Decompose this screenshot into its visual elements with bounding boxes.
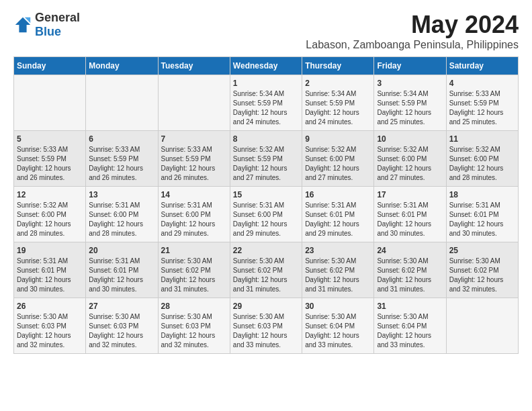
day-info: Sunrise: 5:32 AM Sunset: 6:00 PM Dayligh… [305,145,371,183]
day-number: 27 [89,302,154,311]
day-info: Sunrise: 5:31 AM Sunset: 6:01 PM Dayligh… [449,201,515,238]
day-number: 31 [377,302,443,311]
calendar-cell-w5-d2: 28Sunrise: 5:30 AM Sunset: 6:03 PM Dayli… [158,298,230,354]
calendar-cell-w1-d0 [14,75,86,131]
day-info: Sunrise: 5:33 AM Sunset: 5:59 PM Dayligh… [17,145,83,183]
logo-general: General [35,11,80,24]
day-info: Sunrise: 5:32 AM Sunset: 5:59 PM Dayligh… [233,145,299,183]
day-number: 17 [377,190,443,199]
calendar-cell-w2-d5: 10Sunrise: 5:32 AM Sunset: 6:00 PM Dayli… [374,131,446,187]
day-info: Sunrise: 5:34 AM Sunset: 5:59 PM Dayligh… [377,89,443,127]
day-info: Sunrise: 5:30 AM Sunset: 6:02 PM Dayligh… [233,257,299,294]
calendar-cell-w4-d4: 23Sunrise: 5:30 AM Sunset: 6:02 PM Dayli… [302,242,374,298]
calendar-cell-w2-d3: 8Sunrise: 5:32 AM Sunset: 5:59 PM Daylig… [230,131,302,187]
calendar-cell-w5-d5: 31Sunrise: 5:30 AM Sunset: 6:04 PM Dayli… [374,298,446,354]
day-number: 1 [233,79,299,88]
calendar-cell-w2-d2: 7Sunrise: 5:33 AM Sunset: 5:59 PM Daylig… [158,131,230,187]
day-number: 21 [161,246,227,255]
logo-text: General Blue [35,11,80,39]
calendar-cell-w3-d2: 14Sunrise: 5:31 AM Sunset: 6:00 PM Dayli… [158,187,230,242]
day-info: Sunrise: 5:32 AM Sunset: 6:00 PM Dayligh… [377,145,443,183]
header-tuesday: Tuesday [158,57,230,75]
calendar-cell-w1-d4: 2Sunrise: 5:34 AM Sunset: 5:59 PM Daylig… [302,75,374,131]
calendar-cell-w3-d0: 12Sunrise: 5:32 AM Sunset: 6:00 PM Dayli… [14,187,86,242]
header-monday: Monday [86,57,158,75]
day-number: 30 [305,302,371,311]
calendar-cell-w5-d0: 26Sunrise: 5:30 AM Sunset: 6:03 PM Dayli… [14,298,86,354]
day-number: 20 [89,246,154,255]
calendar-cell-w4-d3: 22Sunrise: 5:30 AM Sunset: 6:02 PM Dayli… [230,242,302,298]
day-number: 12 [17,190,83,199]
day-number: 4 [449,79,515,88]
calendar-cell-w4-d6: 25Sunrise: 5:30 AM Sunset: 6:02 PM Dayli… [446,242,518,298]
day-number: 10 [377,134,443,144]
day-info: Sunrise: 5:30 AM Sunset: 6:03 PM Dayligh… [233,312,299,350]
calendar-cell-w1-d2 [158,75,230,131]
calendar-cell-w5-d4: 30Sunrise: 5:30 AM Sunset: 6:04 PM Dayli… [302,298,374,354]
header-wednesday: Wednesday [230,57,302,75]
day-info: Sunrise: 5:30 AM Sunset: 6:03 PM Dayligh… [89,312,154,350]
day-number: 23 [305,246,371,255]
day-info: Sunrise: 5:31 AM Sunset: 6:01 PM Dayligh… [305,201,371,238]
day-number: 14 [161,190,227,199]
day-info: Sunrise: 5:33 AM Sunset: 5:59 PM Dayligh… [89,145,154,183]
day-number: 26 [17,302,83,311]
week-row-3: 12Sunrise: 5:32 AM Sunset: 6:00 PM Dayli… [14,187,519,242]
calendar-cell-w1-d6: 4Sunrise: 5:33 AM Sunset: 5:59 PM Daylig… [446,75,518,131]
day-info: Sunrise: 5:30 AM Sunset: 6:03 PM Dayligh… [17,312,83,350]
calendar-cell-w4-d1: 20Sunrise: 5:31 AM Sunset: 6:01 PM Dayli… [86,242,158,298]
day-number: 15 [233,190,299,199]
logo: General Blue [13,11,80,39]
calendar-cell-w2-d4: 9Sunrise: 5:32 AM Sunset: 6:00 PM Daylig… [302,131,374,187]
day-info: Sunrise: 5:30 AM Sunset: 6:04 PM Dayligh… [377,312,443,350]
header-saturday: Saturday [446,57,518,75]
day-info: Sunrise: 5:33 AM Sunset: 5:59 PM Dayligh… [449,89,515,127]
header-sunday: Sunday [14,57,86,75]
weekday-header-row: Sunday Monday Tuesday Wednesday Thursday… [14,57,519,75]
calendar-cell-w4-d2: 21Sunrise: 5:30 AM Sunset: 6:02 PM Dayli… [158,242,230,298]
header-friday: Friday [374,57,446,75]
logo-icon [13,15,32,34]
day-info: Sunrise: 5:30 AM Sunset: 6:02 PM Dayligh… [161,257,227,294]
subtitle: Labason, Zamboanga Peninsula, Philippine… [306,39,519,51]
day-number: 7 [161,134,227,144]
day-info: Sunrise: 5:31 AM Sunset: 6:00 PM Dayligh… [233,201,299,238]
day-number: 3 [377,79,443,88]
calendar-cell-w5-d3: 29Sunrise: 5:30 AM Sunset: 6:03 PM Dayli… [230,298,302,354]
day-info: Sunrise: 5:31 AM Sunset: 6:00 PM Dayligh… [161,201,227,238]
calendar-cell-w3-d5: 17Sunrise: 5:31 AM Sunset: 6:01 PM Dayli… [374,187,446,242]
calendar-cell-w4-d5: 24Sunrise: 5:30 AM Sunset: 6:02 PM Dayli… [374,242,446,298]
week-row-5: 26Sunrise: 5:30 AM Sunset: 6:03 PM Dayli… [14,298,519,354]
day-number: 5 [17,134,83,144]
main-title: May 2024 [306,11,519,39]
day-number: 29 [233,302,299,311]
day-number: 24 [377,246,443,255]
calendar-table: Sunday Monday Tuesday Wednesday Thursday… [13,56,519,354]
day-info: Sunrise: 5:34 AM Sunset: 5:59 PM Dayligh… [305,89,371,127]
day-number: 8 [233,134,299,144]
calendar-cell-w1-d3: 1Sunrise: 5:34 AM Sunset: 5:59 PM Daylig… [230,75,302,131]
calendar-cell-w5-d1: 27Sunrise: 5:30 AM Sunset: 6:03 PM Dayli… [86,298,158,354]
page-header: General Blue May 2024 Labason, Zamboanga… [13,11,519,51]
day-info: Sunrise: 5:30 AM Sunset: 6:02 PM Dayligh… [449,257,515,294]
calendar-cell-w2-d0: 5Sunrise: 5:33 AM Sunset: 5:59 PM Daylig… [14,131,86,187]
calendar-cell-w1-d5: 3Sunrise: 5:34 AM Sunset: 5:59 PM Daylig… [374,75,446,131]
calendar-body: 1Sunrise: 5:34 AM Sunset: 5:59 PM Daylig… [14,75,519,354]
calendar-cell-w2-d1: 6Sunrise: 5:33 AM Sunset: 5:59 PM Daylig… [86,131,158,187]
calendar-cell-w3-d4: 16Sunrise: 5:31 AM Sunset: 6:01 PM Dayli… [302,187,374,242]
day-info: Sunrise: 5:31 AM Sunset: 6:01 PM Dayligh… [377,201,443,238]
day-info: Sunrise: 5:31 AM Sunset: 6:01 PM Dayligh… [17,257,83,294]
week-row-2: 5Sunrise: 5:33 AM Sunset: 5:59 PM Daylig… [14,131,519,187]
day-number: 6 [89,134,154,144]
week-row-1: 1Sunrise: 5:34 AM Sunset: 5:59 PM Daylig… [14,75,519,131]
day-number: 28 [161,302,227,311]
week-row-4: 19Sunrise: 5:31 AM Sunset: 6:01 PM Dayli… [14,242,519,298]
day-number: 2 [305,79,371,88]
calendar-cell-w3-d1: 13Sunrise: 5:31 AM Sunset: 6:00 PM Dayli… [86,187,158,242]
header-thursday: Thursday [302,57,374,75]
calendar-cell-w5-d6 [446,298,518,354]
calendar-cell-w3-d3: 15Sunrise: 5:31 AM Sunset: 6:00 PM Dayli… [230,187,302,242]
day-number: 25 [449,246,515,255]
day-info: Sunrise: 5:31 AM Sunset: 6:00 PM Dayligh… [89,201,154,238]
day-number: 16 [305,190,371,199]
